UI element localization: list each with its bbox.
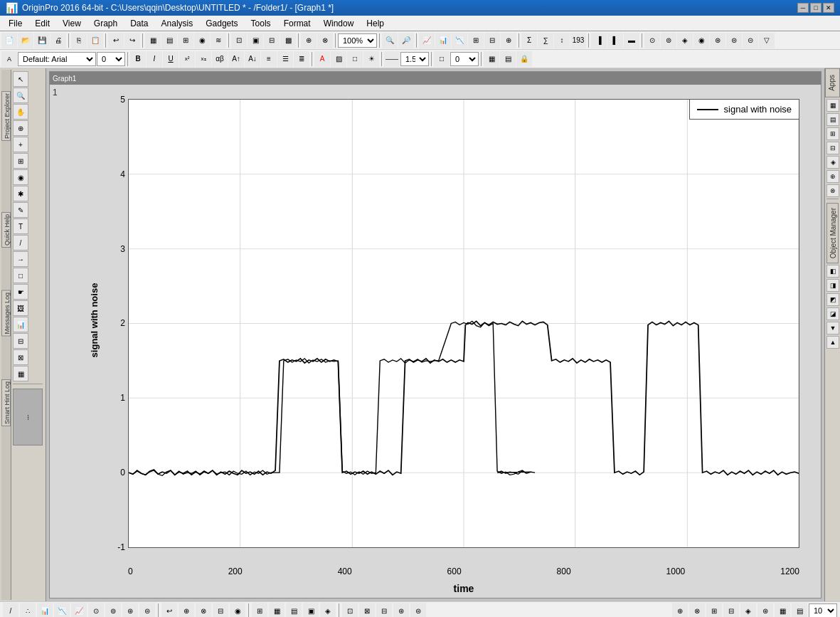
rt-btn3[interactable]: ⊞: [826, 127, 839, 140]
rt-btn2[interactable]: ▤: [826, 113, 839, 126]
rt-btn7[interactable]: ⊗: [826, 184, 839, 197]
bt-btn12[interactable]: ⊗: [196, 603, 211, 617]
chart5[interactable]: ⊟: [484, 33, 500, 48]
zoom-tool[interactable]: 🔍: [13, 88, 28, 103]
rt-btn5[interactable]: ◈: [826, 156, 839, 169]
stat3[interactable]: ↕: [554, 33, 570, 48]
font-style[interactable]: A: [1, 51, 17, 67]
new-button[interactable]: 📄: [1, 33, 17, 48]
rt-btn4[interactable]: ⊟: [826, 142, 839, 154]
menu-tools[interactable]: Tools: [245, 17, 277, 30]
extra1[interactable]: ⊙: [644, 33, 660, 48]
chart3[interactable]: 📉: [452, 33, 467, 48]
rt-btn9[interactable]: ◨: [826, 279, 839, 292]
save-button[interactable]: 💾: [34, 33, 50, 48]
scroll-handle[interactable]: ⁝: [13, 389, 43, 445]
align-left[interactable]: ≡: [261, 51, 277, 67]
hand-tool[interactable]: ☛: [13, 284, 28, 300]
maximize-button[interactable]: □: [810, 3, 822, 13]
font-size-dropdown[interactable]: 0 8 10 12: [97, 52, 125, 66]
stat4[interactable]: 193: [570, 33, 586, 48]
extra3[interactable]: ◈: [677, 33, 693, 48]
bar1[interactable]: ▐: [591, 33, 607, 48]
menu-gadgets[interactable]: Gadgets: [200, 17, 243, 30]
image-tool[interactable]: 🖼: [13, 300, 28, 316]
menu-edit[interactable]: Edit: [29, 17, 55, 30]
tool7[interactable]: ▣: [248, 33, 263, 48]
bg-color[interactable]: ▨: [331, 51, 346, 67]
arrow-tool[interactable]: →: [13, 251, 28, 267]
zoom-in[interactable]: 🔍: [382, 33, 398, 48]
bt-nav1[interactable]: ⊕: [672, 603, 688, 617]
bt-nav3[interactable]: ⊞: [706, 603, 722, 617]
increase-font[interactable]: A↑: [228, 51, 244, 67]
pattern-btn[interactable]: ▦: [484, 51, 499, 67]
extra-tool2[interactable]: ⊠: [13, 349, 28, 365]
move-point[interactable]: ⊞: [13, 153, 28, 169]
line-tool[interactable]: /: [13, 235, 28, 251]
chart6[interactable]: ⊕: [501, 33, 516, 48]
line-width-dropdown[interactable]: 1.5 0.5 1 2: [400, 52, 429, 66]
number-dropdown[interactable]: 0: [450, 52, 479, 66]
extra-tool1[interactable]: ⊟: [13, 333, 28, 349]
sun-icon[interactable]: ☀: [363, 51, 379, 67]
object-manager-tab[interactable]: Object Manager: [826, 203, 839, 263]
copy-button[interactable]: ⎘: [71, 33, 87, 48]
tool1[interactable]: ▦: [145, 33, 161, 48]
bt-btn16[interactable]: ▦: [269, 603, 285, 617]
pick-point[interactable]: ◉: [13, 169, 28, 185]
menu-window[interactable]: Window: [318, 17, 360, 30]
extra-tool3[interactable]: ▦: [13, 366, 28, 381]
messages-log-tab[interactable]: Messages Log: [1, 290, 11, 337]
chart4[interactable]: ⊞: [468, 33, 484, 48]
draw-tool[interactable]: ✎: [13, 202, 28, 218]
bt-btn14[interactable]: ◉: [230, 603, 245, 617]
special-chars[interactable]: αβ: [212, 51, 228, 67]
extra6[interactable]: ⊜: [726, 33, 742, 48]
minimize-button[interactable]: ─: [797, 3, 809, 13]
subscript-button[interactable]: x₂: [196, 51, 211, 67]
align-right[interactable]: ≣: [294, 51, 309, 67]
rt-btn8[interactable]: ◧: [826, 265, 839, 278]
menu-graph[interactable]: Graph: [88, 17, 123, 30]
menu-analysis[interactable]: Analysis: [156, 17, 199, 30]
bt-btn11[interactable]: ⊕: [179, 603, 194, 617]
close-button[interactable]: ✕: [823, 3, 834, 13]
rt-btn10[interactable]: ◩: [826, 293, 839, 306]
tool10[interactable]: ⊕: [301, 33, 317, 48]
tool2[interactable]: ▤: [161, 33, 177, 48]
select-tool[interactable]: ↖: [13, 71, 28, 87]
bt-btn8[interactable]: ⊛: [122, 603, 138, 617]
filter-btn[interactable]: ▽: [759, 33, 775, 48]
title-bar-controls[interactable]: ─ □ ✕: [797, 3, 834, 13]
data-reader[interactable]: +: [13, 137, 28, 152]
menu-file[interactable]: File: [3, 17, 28, 30]
stat2[interactable]: ∑: [538, 33, 553, 48]
undo-button[interactable]: ↩: [108, 33, 124, 48]
line-style[interactable]: ——: [384, 51, 400, 67]
menu-format[interactable]: Format: [278, 17, 317, 30]
bt-btn20[interactable]: ⊡: [342, 603, 358, 617]
bold-button[interactable]: B: [130, 51, 146, 67]
bt-btn13[interactable]: ⊟: [213, 603, 228, 617]
redo-button[interactable]: ↪: [124, 33, 140, 48]
rt-btn12[interactable]: ▼: [826, 322, 839, 334]
bt-nav7[interactable]: ▦: [775, 603, 790, 617]
superscript-button[interactable]: x²: [179, 51, 195, 67]
tool3[interactable]: ⊞: [178, 33, 193, 48]
italic-button[interactable]: I: [147, 51, 162, 67]
tool8[interactable]: ⊟: [264, 33, 280, 48]
bt-btn2[interactable]: ∴: [20, 603, 36, 617]
chart2[interactable]: 📊: [435, 33, 451, 48]
underline-button[interactable]: U: [163, 51, 179, 67]
smart-hint-tab[interactable]: Smart Hint Log: [1, 379, 11, 426]
rt-btn6[interactable]: ⊕: [826, 170, 839, 183]
project-explorer-tab[interactable]: Project Explorer: [1, 91, 11, 141]
rt-btn11[interactable]: ◪: [826, 307, 839, 320]
lock-btn[interactable]: 🔒: [516, 51, 532, 67]
pan-tool[interactable]: ✋: [13, 104, 28, 120]
pattern-btn2[interactable]: ▤: [500, 51, 516, 67]
bt-btn23[interactable]: ⊛: [393, 603, 409, 617]
align-center[interactable]: ☰: [277, 51, 293, 67]
extra7[interactable]: ⊝: [743, 33, 758, 48]
